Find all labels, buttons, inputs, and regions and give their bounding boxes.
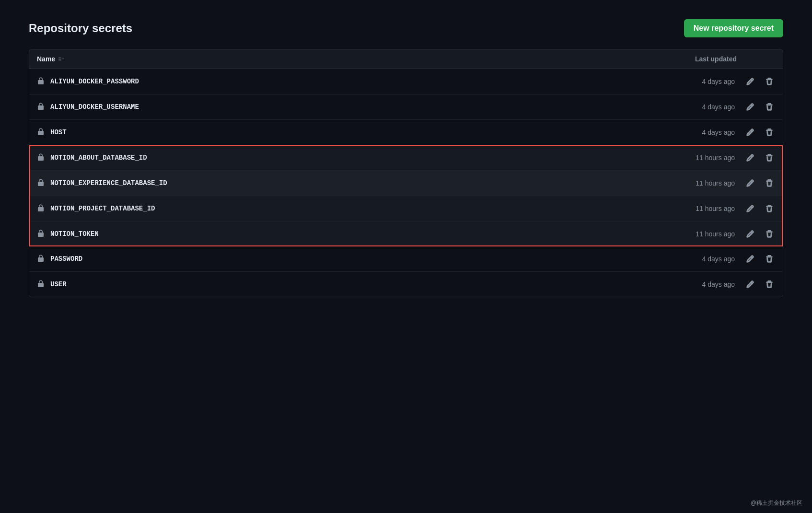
last-updated: 4 days ago [673,103,735,111]
last-updated: 4 days ago [673,255,735,263]
sort-icon[interactable]: ≡↑ [58,56,64,62]
delete-button[interactable] [764,203,775,214]
row-actions: 11 hours ago [673,203,775,214]
edit-button[interactable] [744,127,756,138]
delete-button[interactable] [764,152,775,163]
name-column-header: Name ≡↑ [37,55,64,63]
row-actions: 11 hours ago [673,228,775,240]
row-name-container: NOTION_TOKEN [37,230,673,239]
action-icons [744,177,775,189]
table-row: NOTION_PROJECT_DATABASE_ID 11 hours ago [29,196,783,222]
secret-name: HOST [50,128,67,136]
table-row: PASSWORD 4 days ago [29,246,783,272]
action-icons [744,228,775,240]
lock-icon [37,255,45,264]
delete-button[interactable] [764,76,775,87]
lock-icon [37,77,45,86]
new-repository-secret-button[interactable]: New repository secret [684,19,783,37]
row-name-container: PASSWORD [37,255,673,264]
delete-button[interactable] [764,101,775,113]
row-actions: 4 days ago [673,279,775,290]
last-updated: 11 hours ago [673,230,735,238]
table-row: NOTION_ABOUT_DATABASE_ID 11 hours ago [29,145,783,171]
action-icons [744,76,775,87]
delete-button[interactable] [764,177,775,189]
edit-button[interactable] [744,228,756,240]
row-name-container: HOST [37,128,673,137]
secret-name: NOTION_TOKEN [50,230,99,238]
secret-name: ALIYUN_DOCKER_USERNAME [50,103,139,111]
action-icons [744,127,775,138]
delete-button[interactable] [764,127,775,138]
row-name-container: ALIYUN_DOCKER_PASSWORD [37,77,673,86]
last-updated: 11 hours ago [673,154,735,162]
action-icons [744,101,775,113]
delete-button[interactable] [764,228,775,240]
edit-button[interactable] [744,279,756,290]
last-updated: 4 days ago [673,128,735,136]
lock-icon [37,280,45,289]
secret-name: NOTION_PROJECT_DATABASE_ID [50,205,155,212]
secrets-table: Name ≡↑ Last updated ALIYUN_DOCKER_PASSW… [29,49,783,297]
row-actions: 11 hours ago [673,152,775,163]
action-icons [744,152,775,163]
lock-icon [37,179,45,188]
row-name-container: NOTION_ABOUT_DATABASE_ID [37,153,673,163]
page-title: Repository secrets [29,22,132,35]
delete-button[interactable] [764,279,775,290]
row-name-container: ALIYUN_DOCKER_USERNAME [37,103,673,112]
table-header: Name ≡↑ Last updated [29,49,783,69]
watermark: @稀土掘金技术社区 [751,499,802,507]
lock-icon [37,230,45,239]
row-name-container: NOTION_PROJECT_DATABASE_ID [37,204,673,213]
lock-icon [37,103,45,112]
row-actions: 4 days ago [673,253,775,265]
edit-button[interactable] [744,101,756,113]
edit-button[interactable] [744,203,756,214]
date-column-header: Last updated [695,55,737,63]
last-updated: 4 days ago [673,280,735,288]
delete-button[interactable] [764,253,775,265]
action-icons [744,279,775,290]
name-label: Name [37,55,55,63]
last-updated: 11 hours ago [673,179,735,187]
table-row: USER 4 days ago [29,272,783,297]
last-updated: 11 hours ago [673,205,735,212]
row-name-container: USER [37,280,673,289]
secret-name: NOTION_ABOUT_DATABASE_ID [50,154,147,162]
row-actions: 4 days ago [673,76,775,87]
edit-button[interactable] [744,253,756,265]
edit-button[interactable] [744,177,756,189]
notion-group: NOTION_ABOUT_DATABASE_ID 11 hours ago [29,145,783,246]
lock-icon [37,128,45,137]
action-icons [744,203,775,214]
secret-name: USER [50,280,67,288]
row-actions: 11 hours ago [673,177,775,189]
last-updated: 4 days ago [673,78,735,85]
table-row: NOTION_TOKEN 11 hours ago [29,222,783,246]
secret-name: NOTION_EXPERIENCE_DATABASE_ID [50,179,167,187]
action-icons [744,253,775,265]
row-actions: 4 days ago [673,101,775,113]
lock-icon [37,153,45,163]
secret-name: ALIYUN_DOCKER_PASSWORD [50,78,139,85]
edit-button[interactable] [744,152,756,163]
table-row: HOST 4 days ago [29,120,783,145]
table-row: NOTION_EXPERIENCE_DATABASE_ID 11 hours a… [29,171,783,196]
row-name-container: NOTION_EXPERIENCE_DATABASE_ID [37,179,673,188]
table-row: ALIYUN_DOCKER_PASSWORD 4 days ago [29,69,783,94]
table-row: ALIYUN_DOCKER_USERNAME 4 days ago [29,94,783,120]
edit-button[interactable] [744,76,756,87]
secret-name: PASSWORD [50,255,82,263]
lock-icon [37,204,45,213]
row-actions: 4 days ago [673,127,775,138]
